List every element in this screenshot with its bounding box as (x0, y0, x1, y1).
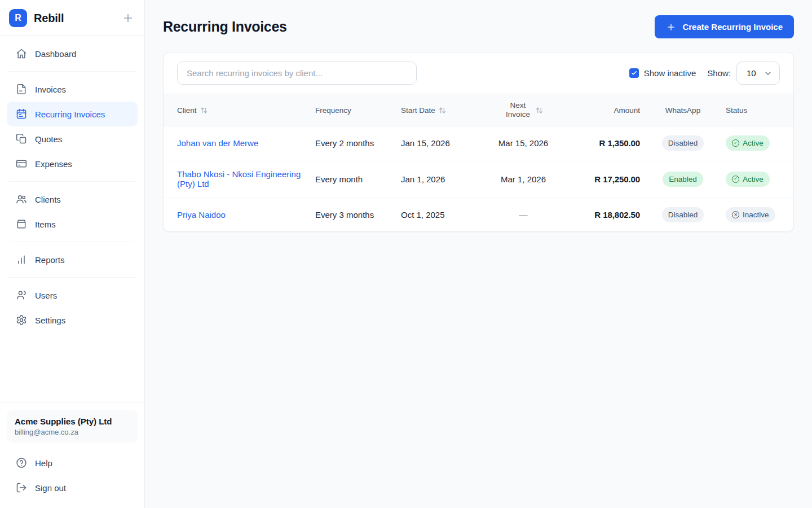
sidebar-footer: Help Sign out (0, 448, 144, 508)
status-icon: ✓ (732, 176, 739, 183)
sidebar-item-expenses[interactable]: Expenses (7, 151, 138, 176)
status-icon: ✓ (732, 139, 739, 147)
sidebar-item-invoices[interactable]: Invoices (7, 77, 138, 102)
sidebar: R Rebill Dashboard Invoices Recurr (0, 0, 145, 508)
chevron-down-icon (764, 69, 773, 78)
plus-icon (122, 12, 134, 24)
status-badge: ✓Active (726, 135, 770, 151)
show-inactive-label[interactable]: Show inactive (644, 68, 696, 78)
column-header-next-invoice[interactable]: Next Invoice (484, 94, 562, 126)
column-header-status: Status (719, 94, 793, 126)
table-row: Thabo Nkosi - Nkosi Engineering (Pty) Lt… (164, 160, 793, 198)
sort-icon (200, 107, 208, 114)
sidebar-item-clients[interactable]: Clients (7, 187, 138, 212)
box-icon (16, 218, 27, 230)
client-link[interactable]: Thabo Nkosi - Nkosi Engineering (Pty) Lt… (177, 169, 301, 189)
check-icon (631, 70, 637, 76)
column-label: WhatsApp (665, 106, 700, 115)
sidebar-item-items[interactable]: Items (7, 212, 138, 237)
next-invoice-cell: Mar 1, 2026 (484, 160, 562, 198)
sidebar-item-settings[interactable]: Settings (7, 308, 138, 332)
sidebar-item-label: Reports (35, 255, 65, 265)
sidebar-plus-button[interactable] (122, 12, 134, 24)
main-content: Recurring Invoices Create Recurring Invo… (145, 0, 812, 508)
status-badge-label: Active (743, 139, 764, 147)
sidebar-nav: Dashboard Invoices Recurring Invoices Qu… (0, 36, 144, 332)
sidebar-item-users[interactable]: Users (7, 283, 138, 308)
column-header-frequency: Frequency (308, 94, 394, 126)
client-link[interactable]: Johan van der Merwe (177, 138, 258, 148)
page-size-select[interactable]: 10 (736, 62, 780, 85)
sign-out-button[interactable]: Sign out (7, 475, 138, 500)
column-label: Amount (614, 106, 640, 115)
table-row: Johan van der Merwe Every 2 months Jan 1… (164, 126, 793, 160)
next-invoice-cell: — (484, 198, 562, 232)
start-date-cell: Jan 15, 2026 (394, 126, 484, 160)
column-label: Next Invoice (504, 101, 532, 119)
column-label: Frequency (315, 106, 351, 115)
bar-chart-icon (16, 254, 27, 265)
whatsapp-badge: Enabled (663, 172, 703, 187)
whatsapp-badge-label: Disabled (668, 211, 698, 219)
next-invoice-cell: Mar 15, 2026 (484, 126, 562, 160)
sort-icon (536, 107, 543, 114)
start-date-cell: Oct 1, 2025 (394, 198, 484, 232)
sidebar-item-label: Clients (35, 195, 61, 204)
frequency-cell: Every 2 months (308, 126, 394, 160)
whatsapp-badge: Disabled (662, 135, 704, 151)
column-header-start-date[interactable]: Start Date (394, 94, 484, 126)
create-recurring-invoice-button[interactable]: Create Recurring Invoice (655, 15, 794, 38)
create-button-label: Create Recurring Invoice (682, 22, 783, 32)
whatsapp-badge-label: Enabled (669, 175, 697, 183)
status-badge: ✕Inactive (726, 207, 775, 222)
sidebar-item-quotes[interactable]: Quotes (7, 126, 138, 151)
sidebar-item-label: Settings (35, 316, 65, 325)
account-card: Acme Supplies (Pty) Ltd billing@acme.co.… (7, 410, 138, 443)
sidebar-item-label: Quotes (35, 134, 62, 144)
show-inactive-checkbox[interactable] (629, 68, 639, 78)
sidebar-item-label: Dashboard (35, 49, 76, 59)
sidebar-item-label: Invoices (35, 85, 66, 94)
brand-row: R Rebill (0, 0, 144, 35)
log-out-icon (16, 482, 27, 493)
help-circle-icon (16, 457, 27, 468)
status-badge: ✓Active (726, 172, 770, 187)
sort-icon (439, 107, 446, 114)
gear-icon (16, 314, 27, 326)
sidebar-item-label: Expenses (35, 159, 72, 169)
table-header-row: Client Frequency Start Date (164, 94, 793, 126)
help-button[interactable]: Help (7, 450, 138, 475)
sidebar-item-dashboard[interactable]: Dashboard (7, 41, 138, 66)
column-header-whatsapp: WhatsApp (647, 94, 719, 126)
credit-card-icon (16, 158, 27, 169)
amount-cell: R 17,250.00 (594, 174, 640, 184)
status-badge-label: Inactive (743, 211, 769, 219)
recurring-invoices-card: Show inactive Show: 10 Cl (163, 52, 794, 232)
sidebar-item-label: Recurring Invoices (35, 110, 105, 119)
account-company: Acme Supplies (Pty) Ltd (15, 417, 130, 426)
copy-pages-icon (16, 133, 27, 144)
table-toolbar: Show inactive Show: 10 (164, 52, 793, 94)
frequency-cell: Every 3 months (308, 198, 394, 232)
status-icon: ✕ (732, 211, 739, 218)
help-label: Help (35, 458, 52, 468)
column-label: Start Date (401, 106, 435, 115)
status-badge-label: Active (743, 175, 764, 183)
start-date-cell: Jan 1, 2026 (394, 160, 484, 198)
sidebar-item-reports[interactable]: Reports (7, 247, 138, 272)
account-email: billing@acme.co.za (15, 428, 130, 436)
amount-cell: R 1,350.00 (599, 138, 640, 148)
sidebar-item-label: Items (35, 220, 56, 229)
sign-out-label: Sign out (35, 483, 66, 493)
sidebar-item-recurring-invoices[interactable]: Recurring Invoices (7, 102, 138, 126)
recurring-invoices-table: Client Frequency Start Date (164, 94, 793, 231)
column-header-amount: Amount (562, 94, 647, 126)
plus-icon (666, 22, 676, 32)
page-size-value: 10 (747, 68, 756, 78)
client-link[interactable]: Priya Naidoo (177, 210, 226, 220)
column-header-client[interactable]: Client (164, 94, 308, 126)
app-logo: R (9, 9, 27, 27)
search-input[interactable] (177, 62, 417, 85)
whatsapp-badge: Disabled (662, 207, 704, 222)
whatsapp-badge-label: Disabled (668, 139, 698, 147)
